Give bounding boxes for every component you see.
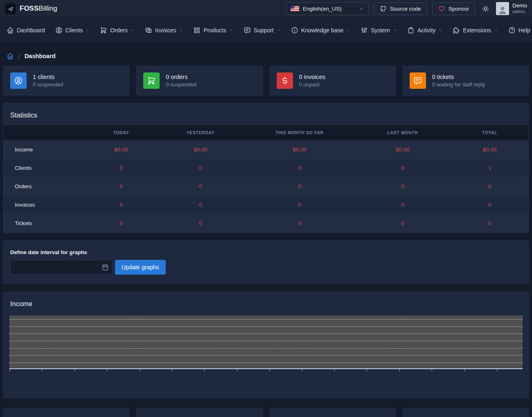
summary-card-invoices[interactable]: 0 invoices 0 unpaid xyxy=(270,66,396,95)
cell-value: 0 xyxy=(451,196,528,214)
fossbilling-logo-icon xyxy=(5,3,16,14)
top-header: FOSSBilling English(en_US) Source code S… xyxy=(0,0,532,17)
language-select[interactable]: English(en_US) xyxy=(286,2,369,15)
chart-gridline xyxy=(9,327,523,327)
brand[interactable]: FOSSBilling xyxy=(5,3,57,14)
cell-value: $0.00 xyxy=(245,140,354,159)
chart-gridline xyxy=(9,355,523,356)
chart-gridline xyxy=(9,363,523,363)
nav-item-dashboard[interactable]: Dashboard xyxy=(7,27,45,34)
clipboard-icon xyxy=(407,27,415,34)
summary-card-tickets[interactable]: 0 tickets 0 waiting for staff reply xyxy=(403,66,529,95)
home-icon xyxy=(7,27,14,34)
source-code-button[interactable]: Source code xyxy=(374,2,427,15)
source-code-label: Source code xyxy=(390,6,421,12)
summary-subtitle: 0 unpaid xyxy=(299,81,325,88)
update-graphs-button[interactable]: Update graphs xyxy=(115,260,166,275)
cell-value: 0 xyxy=(86,159,156,177)
statistics-title: Statistics xyxy=(4,104,528,125)
cell-value: 0 xyxy=(245,159,354,177)
income-chart-title: Income xyxy=(4,292,528,314)
summary-card-orders[interactable]: 0 orders 0 suspended xyxy=(136,66,262,95)
cell-value: 0 xyxy=(245,196,354,214)
chart-gridline xyxy=(9,334,523,334)
nav-item-extensions[interactable]: Extensions xyxy=(453,27,498,34)
sun-icon xyxy=(482,5,489,13)
user-circle-icon xyxy=(55,27,63,34)
tickets-panel: Tickets xyxy=(403,408,529,417)
orders-panel: Orders xyxy=(3,408,129,417)
invoices-panel: Invoices xyxy=(136,408,262,417)
summary-title: 1 clients xyxy=(33,74,63,80)
row-label: Tickets xyxy=(4,214,86,232)
adjustments-icon xyxy=(361,27,368,34)
cell-value: $0.00 xyxy=(156,140,245,159)
brand-name: FOSSBilling xyxy=(20,5,57,13)
column-header-total: Total xyxy=(451,125,528,140)
calendar-icon[interactable] xyxy=(101,264,109,271)
income-chart xyxy=(9,316,523,372)
cell-value: 0 xyxy=(354,177,451,196)
cell-value: 0 xyxy=(245,214,354,232)
theme-toggle-button[interactable] xyxy=(480,3,491,14)
nav-item-help[interactable]: Help xyxy=(508,27,532,34)
cell-value: 0 xyxy=(451,177,528,196)
column-header xyxy=(4,125,86,140)
nav-item-knowledge-base[interactable]: Knowledge base xyxy=(291,27,351,34)
table-row-clients: Clients 0 0 0 0 1 xyxy=(4,159,528,177)
chevron-down-icon xyxy=(86,28,90,32)
chart-gridline xyxy=(9,348,523,349)
bottom-card-row: Orders Invoices Clients Tickets xyxy=(3,408,529,417)
table-row-orders: Orders 0 0 0 0 0 xyxy=(4,177,528,196)
cell-value: 0 xyxy=(156,159,245,177)
income-chart-card: Income xyxy=(3,292,529,398)
chevron-down-icon xyxy=(179,28,183,32)
cell-value: 0 xyxy=(354,159,451,177)
cell-value: $0.00 xyxy=(86,140,156,159)
clients-icon xyxy=(10,72,27,89)
date-interval-input[interactable] xyxy=(10,260,113,275)
avatar xyxy=(496,2,509,15)
main-nav: Dashboard Clients Orders Invoices Produc… xyxy=(0,17,532,43)
cell-value: 0 xyxy=(354,196,451,214)
row-label: Income xyxy=(4,140,86,159)
nav-item-activity[interactable]: Activity xyxy=(407,27,442,34)
summary-card-clients[interactable]: 1 clients 0 suspended xyxy=(3,66,129,95)
orders-cart-icon xyxy=(143,72,160,89)
cell-value: 0 xyxy=(156,214,245,232)
nav-item-orders[interactable]: Orders xyxy=(100,27,135,34)
nav-item-support[interactable]: Support xyxy=(243,27,281,34)
chevron-down-icon xyxy=(494,28,498,32)
home-icon[interactable] xyxy=(7,52,14,60)
nav-item-products[interactable]: Products xyxy=(193,27,233,34)
chevron-down-icon xyxy=(359,6,364,11)
column-header-last-month: Last month xyxy=(354,125,451,140)
user-name: Demo xyxy=(512,2,527,9)
info-circle-icon xyxy=(291,27,298,34)
message-icon xyxy=(243,27,251,34)
date-interval-label: Define date interval for graphs xyxy=(10,249,522,255)
page-title: Dashboard xyxy=(25,53,56,59)
sponsor-label: Sponsor xyxy=(449,6,469,12)
summary-title: 0 tickets xyxy=(432,74,485,80)
nav-item-invoices[interactable]: Invoices xyxy=(145,27,183,34)
cell-value: 1 xyxy=(451,159,528,177)
chevron-down-icon xyxy=(229,28,233,32)
statistics-table: Today Yesterday This month so far Last m… xyxy=(4,125,528,232)
nav-item-clients[interactable]: Clients xyxy=(55,27,90,34)
summary-title: 0 invoices xyxy=(299,74,325,80)
breadcrumb-separator: / xyxy=(18,53,20,59)
nav-item-system[interactable]: System xyxy=(361,27,397,34)
us-flag-icon xyxy=(291,6,299,11)
chevron-down-icon xyxy=(438,28,442,32)
summary-subtitle: 0 waiting for staff reply xyxy=(432,81,485,88)
statistics-card: Statistics Today Yesterday This month so… xyxy=(3,103,529,233)
cell-value: $0.00 xyxy=(451,140,528,159)
cell-value: 0 xyxy=(354,214,451,232)
sponsor-button[interactable]: Sponsor xyxy=(432,2,475,15)
user-menu[interactable]: Demo admin xyxy=(496,2,527,15)
puzzle-icon xyxy=(453,27,460,34)
column-header-yesterday: Yesterday xyxy=(156,125,245,140)
cell-value: 0 xyxy=(86,214,156,232)
ticket-message-icon xyxy=(410,72,426,89)
